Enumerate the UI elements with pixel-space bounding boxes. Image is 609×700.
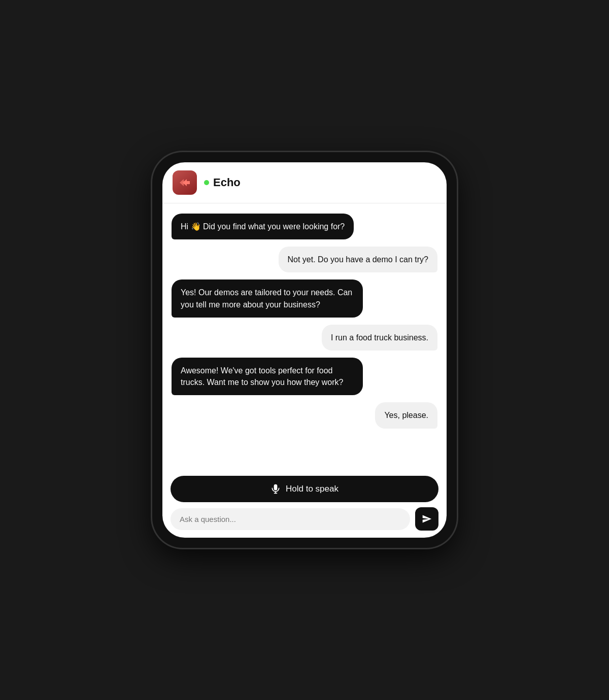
- message-row: Not yet. Do you have a demo I can try?: [172, 247, 437, 272]
- send-button[interactable]: [415, 507, 438, 531]
- app-icon: [173, 170, 197, 195]
- bot-bubble: Yes! Our demos are tailored to your need…: [172, 279, 363, 317]
- status-indicator: [204, 180, 209, 185]
- message-row: Hi 👋 Did you find what you were looking …: [172, 214, 437, 239]
- message-row: Yes! Our demos are tailored to your need…: [172, 279, 437, 317]
- phone-shell: Echo Hi 👋 Did you find what you were loo…: [152, 152, 457, 548]
- hold-to-speak-button[interactable]: Hold to speak: [171, 476, 438, 502]
- message-row: Yes, please.: [172, 402, 437, 428]
- chat-header: Echo: [162, 162, 447, 203]
- question-input[interactable]: [171, 508, 410, 530]
- messages-area: Hi 👋 Did you find what you were looking …: [162, 203, 447, 470]
- bot-bubble: Awesome! We've got tools perfect for foo…: [172, 358, 363, 395]
- send-icon: [422, 514, 432, 524]
- agent-name: Echo: [213, 176, 241, 189]
- hold-to-speak-label: Hold to speak: [286, 484, 339, 494]
- bot-bubble: Hi 👋 Did you find what you were looking …: [172, 214, 354, 239]
- microphone-icon: [270, 484, 281, 494]
- message-row: Awesome! We've got tools perfect for foo…: [172, 358, 437, 395]
- header-info: Echo: [204, 176, 241, 189]
- user-bubble: Not yet. Do you have a demo I can try?: [279, 247, 437, 272]
- echo-logo-icon: [178, 176, 192, 190]
- message-row: I run a food truck business.: [172, 325, 437, 351]
- user-bubble: Yes, please.: [375, 402, 437, 428]
- user-bubble: I run a food truck business.: [322, 325, 437, 351]
- input-row: [171, 507, 438, 531]
- bottom-controls: Hold to speak: [162, 470, 447, 538]
- phone-screen: Echo Hi 👋 Did you find what you were loo…: [162, 162, 447, 538]
